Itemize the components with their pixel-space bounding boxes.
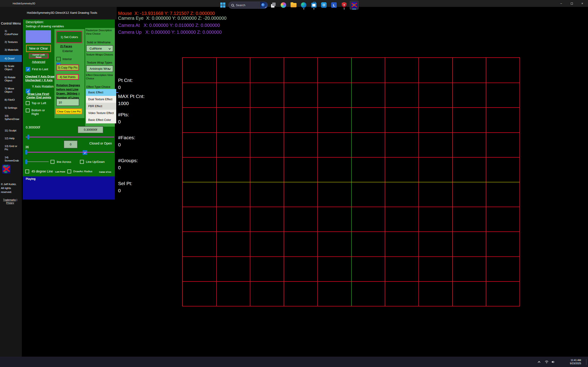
copilot-button[interactable] [279, 0, 288, 10]
thickness-value-box[interactable]: 0.300000f [78, 126, 103, 133]
faces-link[interactable]: 2) Faces [60, 44, 72, 48]
max-pt-cnt-value: 1000 [118, 101, 129, 106]
set-colors-button[interactable]: 1) Set Colors [56, 31, 82, 43]
sidebar-item-draw[interactable]: 4) Draw! [0, 55, 22, 62]
file-explorer-button[interactable] [289, 0, 298, 10]
camera-eye-readout: Camera Eye X: 0.000000 Y: 0.000000 Z: -2… [118, 16, 226, 21]
sidebar-item-screengrab[interactable]: 14) ScreenGrab [5, 156, 20, 162]
line-across-checkbox[interactable] [51, 160, 54, 164]
sidebar-item-spheredraw[interactable]: 10) SphereDraw [5, 114, 20, 121]
volume-tray-button[interactable] [551, 357, 555, 367]
sidebar-item-settings[interactable]: 9) Settings [5, 106, 20, 109]
thickness-label: 0.300000f [26, 125, 40, 129]
hot3dx-app-button[interactable]: 3D [350, 0, 359, 10]
sidebar-item-rotate-object[interactable]: 6) Rotate Object [5, 76, 20, 82]
rotation-degrees-line2: before next Line [56, 87, 78, 92]
sidebar-item-move-object[interactable]: 7) Move Object [5, 87, 20, 93]
show-desktop-button[interactable] [586, 359, 586, 365]
network-icon [545, 360, 548, 364]
task-view-button[interactable] [269, 0, 278, 10]
segments-slider-track[interactable] [26, 152, 114, 152]
thickness-slider-thumb[interactable] [27, 135, 29, 140]
minimize-icon: − [560, 2, 562, 5]
sidebar-item-textures[interactable]: 2) Textures [5, 40, 20, 44]
first-to-last-checkbox[interactable] [26, 67, 30, 72]
trademarks-link[interactable]: Trademarks [3, 198, 16, 201]
texture-wraps-choices-label: Texture Wraps Choices [86, 53, 113, 56]
start-button[interactable] [218, 0, 227, 10]
thickness-slider-track[interactable] [26, 137, 114, 137]
draw-arc-radius-checkbox[interactable] [67, 169, 71, 173]
microsoft-store-button[interactable] [309, 0, 318, 10]
running-indicator [313, 8, 314, 9]
taskbar-search-input[interactable]: Search [228, 2, 268, 9]
microsoft-store-icon [311, 3, 317, 8]
tray-expand-button[interactable] [538, 357, 540, 367]
privacy-link[interactable]: Privacy [6, 201, 14, 204]
effect-option-basic-color[interactable]: Basic Effect Color [86, 117, 116, 123]
texture-wrap-dropdown[interactable]: Anistropic Wra [86, 65, 113, 72]
pts-label: #Pts: [118, 112, 129, 117]
line-slider-track[interactable] [26, 161, 49, 162]
letter-l-app-button[interactable]: L [329, 0, 338, 10]
cursor-artifact [116, 92, 118, 93]
maximize-button[interactable] [566, 0, 577, 7]
segments-value-box[interactable]: 0 [64, 140, 78, 148]
effect-option-basic[interactable]: Basic Effect [86, 89, 116, 96]
center-of-arc-label: Center of Arc [99, 171, 111, 173]
rotation-degrees-line1: Rotation Degrees [56, 83, 80, 88]
control-menu-sidebar: Control Menu 1) ColorPicker 2) Textures … [0, 7, 22, 357]
rotation-degrees-input[interactable]: 10 [56, 99, 79, 106]
running-indicator [303, 8, 304, 9]
taskbar [0, 357, 588, 367]
bottom-or-right-checkbox[interactable] [26, 108, 30, 112]
line-slider-thumb[interactable] [25, 159, 27, 164]
center-end-points-link[interactable]: Center End points [26, 96, 51, 99]
line-up-down-checkbox[interactable] [80, 160, 84, 164]
effect-desc-label-line1: Effect Description View [86, 73, 113, 77]
sidebar-item-help[interactable]: 12) Help [5, 137, 20, 140]
close-button[interactable]: × [577, 0, 588, 7]
interior-label: Interior [62, 57, 72, 61]
top-or-left-label: Top or Left [32, 101, 46, 105]
sidebar-item-scale-object[interactable]: 5) Scale Object [5, 65, 20, 71]
edge-button[interactable] [299, 0, 308, 10]
drawing-canvas-grid[interactable] [182, 57, 520, 307]
sidebar-item-colorpicker[interactable]: 1) ColorPicker [5, 29, 20, 36]
sidebar-item-grid-or-pic[interactable]: 13) Grid or Pic [5, 144, 20, 151]
line-across-label: line Across [57, 160, 71, 164]
effect-option-pbr[interactable]: PBR Effect [86, 103, 116, 110]
interior-checkbox[interactable] [56, 57, 61, 61]
effect-option-dual-texture[interactable]: Dual Texture Effect [86, 96, 116, 103]
closed-or-open-checkbox[interactable] [83, 150, 87, 155]
taskbar-center: Search O L 3D [218, 0, 359, 10]
copy-flip-pts-button[interactable]: 3) Copy Flip Pts [56, 65, 79, 71]
solid-or-wireframe-label: Solid or Wireframe [87, 41, 111, 44]
security-shield-button[interactable] [339, 0, 349, 10]
app-title: Hot3dxSymmetry3D DirectX12 Xaml Drawing … [25, 11, 99, 15]
camera-at-readout: Camera At X: 0.000000 Y: 0.010000 Z: 0.0… [118, 23, 220, 28]
deg45-line-checkbox[interactable] [25, 169, 29, 173]
outlook-button[interactable]: O [319, 0, 329, 10]
clear-copy-line-pts-button[interactable]: Clear Copy Line Pts [56, 108, 82, 114]
cull-mode-dropdown[interactable]: CullNone [86, 45, 113, 52]
sidebar-item-sculpt[interactable]: 11) Sculpt [5, 129, 20, 132]
segments-slider-thumb[interactable] [25, 150, 27, 155]
tray-clock[interactable]: 11:41 AM 9/23/2025 [563, 359, 581, 365]
cursor-lock-reset-button[interactable]: Cursor Lock Reset [29, 53, 48, 58]
minimize-button[interactable]: − [556, 0, 566, 7]
new-or-clear-button[interactable]: New or Clear [26, 45, 51, 52]
effect-option-video-texture[interactable]: Video Texture Effect [86, 110, 116, 117]
set-points-button[interactable]: 4) Set Points [57, 74, 79, 80]
effect-type-choice-label: Effect Type Choice [86, 85, 110, 89]
sidebar-item-materials[interactable]: 3) Materials [5, 48, 20, 51]
letter-l-app-icon: L [331, 2, 337, 8]
draw-line-first-link[interactable]: Draw Line First! [27, 92, 49, 96]
bottom-or-right-label: Bottom or Right [32, 108, 46, 116]
line-up-down-label: Line Up/Down [86, 160, 105, 164]
network-tray-button[interactable] [545, 357, 548, 367]
advanced-link[interactable]: Advanced [32, 60, 45, 64]
sidebar-item-fileio[interactable]: 8) FileIO [5, 98, 20, 101]
color-swatch[interactable] [26, 30, 51, 43]
top-or-left-checkbox[interactable] [26, 101, 30, 105]
